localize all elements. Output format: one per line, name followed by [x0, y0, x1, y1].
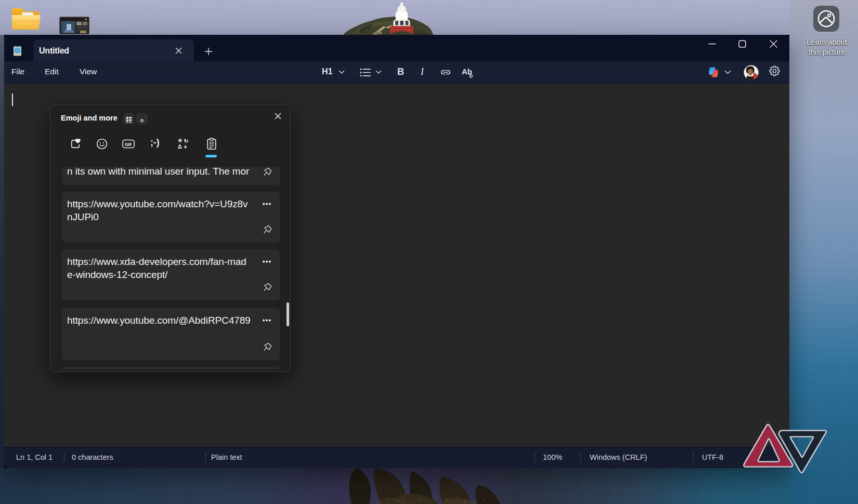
svg-text:+: +: [184, 143, 187, 150]
svg-text:✳: ✳: [178, 138, 183, 143]
svg-text:Δ: Δ: [178, 143, 182, 150]
svg-text:GIF: GIF: [125, 142, 132, 147]
svg-text:Ab: Ab: [462, 67, 472, 76]
